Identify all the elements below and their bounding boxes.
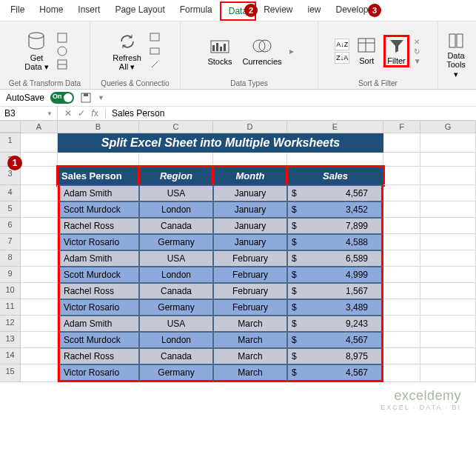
row-header[interactable]: 5 [0, 201, 21, 218]
reapply-icon[interactable]: ↻ [414, 47, 421, 56]
cell-region[interactable]: Canada [139, 283, 213, 299]
cell[interactable] [21, 332, 58, 348]
cell[interactable] [420, 299, 476, 316]
cell-region[interactable]: USA [139, 316, 213, 332]
tab-page-layout[interactable]: Page Layout [107, 1, 172, 21]
cell[interactable] [420, 153, 476, 167]
cell[interactable] [420, 316, 476, 332]
cell[interactable] [383, 201, 420, 218]
cell-sales[interactable]: $1,567 [287, 283, 383, 299]
fx-icon[interactable]: fx [89, 108, 101, 119]
col-header-e[interactable]: E [287, 121, 383, 133]
cell[interactable] [21, 201, 58, 218]
col-header-b[interactable]: B [58, 121, 139, 133]
cell-month[interactable]: February [213, 250, 287, 267]
cell-sales[interactable]: $8,975 [287, 348, 383, 364]
qat-dropdown-icon[interactable]: ▼ [98, 94, 104, 101]
row-header[interactable]: 7 [0, 234, 21, 250]
cell-sales[interactable]: $3,452 [287, 201, 383, 218]
cell-month[interactable]: March [213, 332, 287, 348]
cell-month[interactable]: February [213, 283, 287, 299]
clear-filter-icon[interactable]: ✕ [414, 38, 421, 46]
row-header[interactable]: 8 [0, 250, 21, 267]
cell[interactable] [420, 167, 476, 185]
cell[interactable] [383, 250, 420, 267]
cell-person[interactable]: Rachel Ross [58, 218, 139, 234]
tab-review[interactable]: Review [256, 1, 300, 21]
cell[interactable] [21, 133, 58, 153]
cell-sales[interactable]: $4,567 [287, 185, 383, 201]
cell[interactable] [420, 250, 476, 267]
cell-region[interactable]: Germany [139, 234, 213, 250]
cell[interactable] [383, 133, 420, 153]
advanced-icon[interactable]: ▼ [414, 57, 421, 65]
cell[interactable] [420, 348, 476, 364]
get-data-button[interactable]: Get Data ▾ [21, 30, 51, 73]
tab-home[interactable]: Home [32, 1, 70, 21]
cell[interactable] [383, 234, 420, 250]
sort-az-button[interactable]: A↓Z [335, 39, 349, 50]
cell-region[interactable]: London [139, 201, 213, 218]
row-header[interactable]: 4 [0, 185, 21, 201]
autosave-toggle[interactable]: On [50, 92, 74, 104]
cell[interactable] [383, 348, 420, 364]
header-region[interactable]: Region [139, 167, 213, 185]
cell[interactable] [383, 185, 420, 201]
properties-icon[interactable] [149, 45, 161, 57]
cell-month[interactable]: February [213, 299, 287, 316]
row-header[interactable]: 12 [0, 316, 21, 332]
cell[interactable] [383, 218, 420, 234]
col-header-d[interactable]: D [213, 121, 287, 133]
cell[interactable] [383, 153, 420, 167]
cell[interactable] [21, 185, 58, 201]
cell[interactable] [58, 153, 139, 167]
cell[interactable] [420, 133, 476, 153]
cell-person[interactable]: Adam Smith [58, 250, 139, 267]
col-header-g[interactable]: G [420, 121, 476, 133]
tab-view[interactable]: iew [301, 1, 329, 21]
cell-month[interactable]: February [213, 267, 287, 283]
row-header[interactable]: 10 [0, 283, 21, 299]
col-header-f[interactable]: F [383, 121, 420, 133]
row-header[interactable]: 13 [0, 332, 21, 348]
cell-person[interactable]: Adam Smith [58, 316, 139, 332]
cell-month[interactable]: March [213, 364, 287, 382]
title-banner[interactable]: Split Excel Sheet into Multiple Workshee… [58, 133, 383, 153]
cell[interactable] [21, 153, 58, 167]
sort-button[interactable]: Sort [354, 36, 379, 67]
cell-region[interactable]: London [139, 267, 213, 283]
cell-person[interactable]: Rachel Ross [58, 283, 139, 299]
cell[interactable] [383, 283, 420, 299]
cell-person[interactable]: Rachel Ross [58, 348, 139, 364]
cell[interactable] [383, 364, 420, 382]
cell-person[interactable]: Victor Rosario [58, 364, 139, 382]
cell[interactable] [420, 218, 476, 234]
cell[interactable] [21, 316, 58, 332]
row-header[interactable]: 15 [0, 364, 21, 382]
cell[interactable] [287, 153, 383, 167]
cell[interactable] [420, 201, 476, 218]
cell-sales[interactable]: $4,999 [287, 267, 383, 283]
row-header[interactable]: 6 [0, 218, 21, 234]
cell-month[interactable]: March [213, 316, 287, 332]
cell[interactable] [21, 283, 58, 299]
cell[interactable] [21, 218, 58, 234]
cell[interactable] [21, 364, 58, 382]
select-all-corner[interactable] [0, 121, 21, 133]
cell-month[interactable]: January [213, 234, 287, 250]
cell[interactable] [383, 332, 420, 348]
cell-region[interactable]: Canada [139, 218, 213, 234]
cell-sales[interactable]: $7,899 [287, 218, 383, 234]
enter-formula-icon[interactable]: ✓ [76, 108, 87, 119]
cell[interactable] [420, 234, 476, 250]
cell-region[interactable]: London [139, 332, 213, 348]
cell[interactable] [420, 332, 476, 348]
cell-person[interactable]: Scott Murdock [58, 332, 139, 348]
stocks-button[interactable]: Stocks [204, 35, 235, 67]
cell-sales[interactable]: $4,567 [287, 332, 383, 348]
cell[interactable] [420, 283, 476, 299]
cell-person[interactable]: Adam Smith [58, 185, 139, 201]
cell[interactable] [383, 316, 420, 332]
row-header[interactable]: 14 [0, 348, 21, 364]
header-month[interactable]: Month [213, 167, 287, 185]
